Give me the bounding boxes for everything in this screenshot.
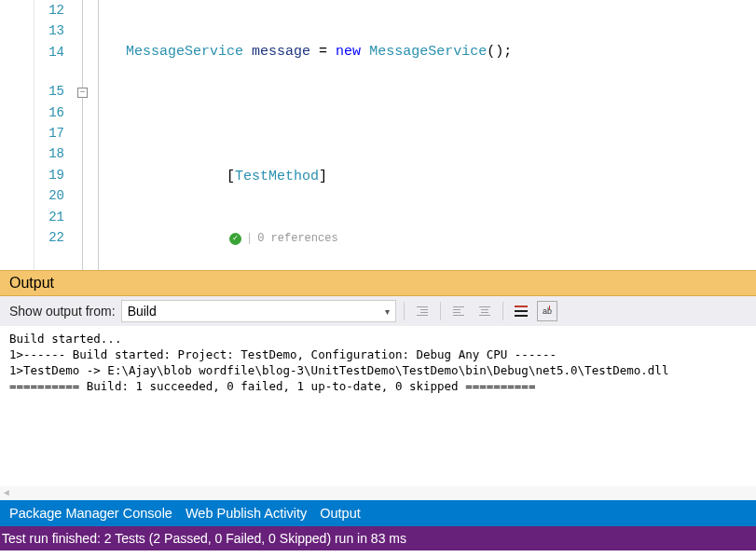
fold-gutter: − bbox=[74, 0, 117, 270]
svg-rect-2 bbox=[515, 315, 528, 317]
bottom-panel-tabs: Package Manager Console Web Publish Acti… bbox=[0, 500, 756, 526]
toggle-word-wrap-button[interactable] bbox=[511, 301, 531, 321]
code-line bbox=[117, 104, 756, 125]
clear-all-button[interactable] bbox=[474, 301, 495, 321]
output-panel-title: Output bbox=[0, 270, 756, 296]
fold-toggle-icon[interactable]: − bbox=[77, 88, 88, 98]
svg-text:ab: ab bbox=[543, 306, 552, 316]
status-bar: Test run finished: 2 Tests (2 Passed, 0 … bbox=[0, 526, 756, 550]
code-line: [TestMethod] bbox=[117, 167, 756, 187]
line-number: 12 bbox=[34, 0, 64, 20]
codelens[interactable]: ✓ | 0 references bbox=[117, 229, 756, 248]
test-pass-icon: ✓ bbox=[229, 233, 241, 245]
horizontal-scroll[interactable]: ◄ bbox=[0, 486, 756, 500]
output-source-value: Build bbox=[128, 304, 157, 319]
indent-left-button[interactable] bbox=[412, 301, 433, 321]
code-content[interactable]: MessageService message = new MessageServ… bbox=[117, 0, 756, 270]
line-number-gutter: 12 13 14 15 16 17 18 19 20 21 22 bbox=[34, 0, 74, 270]
svg-rect-0 bbox=[515, 306, 528, 307]
divider: | bbox=[246, 228, 253, 249]
output-text[interactable]: Build started... 1>------ Build started:… bbox=[0, 326, 756, 486]
output-toolbar: Show output from: Build ▾ ab bbox=[0, 296, 756, 326]
line-number: 19 bbox=[34, 165, 64, 185]
bracket-guide bbox=[82, 0, 83, 270]
separator bbox=[404, 302, 405, 320]
line-number: 16 bbox=[34, 102, 64, 123]
editor-margin bbox=[0, 0, 34, 270]
separator bbox=[502, 302, 503, 320]
svg-rect-4 bbox=[549, 306, 550, 309]
code-line: MessageService message = new MessageServ… bbox=[117, 42, 756, 62]
line-number: 14 bbox=[34, 42, 64, 62]
status-text: Test run finished: 2 Tests (2 Passed, 0 … bbox=[2, 531, 406, 546]
code-editor[interactable]: 12 13 14 15 16 17 18 19 20 21 22 − Messa… bbox=[0, 0, 756, 270]
bracket-guide bbox=[98, 0, 99, 270]
show-output-from-label: Show output from: bbox=[9, 304, 116, 319]
line-number bbox=[34, 62, 64, 81]
chevron-down-icon: ▾ bbox=[385, 306, 390, 317]
clear-output-button[interactable]: ab bbox=[537, 301, 557, 321]
line-number: 18 bbox=[34, 143, 64, 164]
line-number: 22 bbox=[34, 227, 64, 248]
line-number: 21 bbox=[34, 207, 64, 227]
line-number: 20 bbox=[34, 185, 64, 206]
codelens-references[interactable]: 0 references bbox=[257, 228, 337, 249]
svg-rect-1 bbox=[515, 310, 528, 312]
separator bbox=[440, 302, 441, 320]
indent-right-button[interactable] bbox=[448, 301, 469, 321]
output-source-select[interactable]: Build ▾ bbox=[121, 300, 396, 322]
tab-web-publish[interactable]: Web Publish Activity bbox=[186, 506, 307, 521]
tab-package-manager[interactable]: Package Manager Console bbox=[9, 506, 172, 521]
scroll-left-icon: ◄ bbox=[4, 488, 9, 498]
line-number: 15 bbox=[34, 81, 64, 102]
line-number: 13 bbox=[34, 20, 64, 41]
line-number: 17 bbox=[34, 123, 64, 143]
tab-output[interactable]: Output bbox=[320, 506, 361, 521]
